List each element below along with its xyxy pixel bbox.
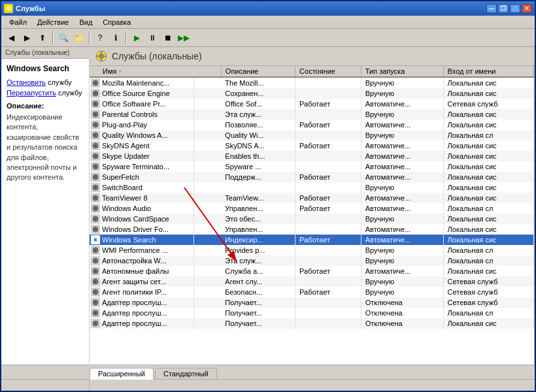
svg-point-53 [94, 238, 97, 241]
table-row[interactable]: Windows AudioУправлен...РаботаетАвтомати… [90, 203, 534, 214]
tab-extended[interactable]: Расширенный [90, 368, 154, 380]
service-name: Windows Audio [102, 204, 151, 212]
menu-view[interactable]: Вид [74, 17, 97, 27]
service-desc: The Mozill... [221, 77, 295, 88]
play-button[interactable]: ▶ [129, 31, 144, 45]
service-name: TeamViewer 8 [102, 194, 148, 202]
table-row[interactable]: SkyDNS AgentSkyDNS A...РаботаетАвтоматич… [90, 140, 534, 151]
col-login[interactable]: Вход от имени [443, 66, 533, 77]
svg-point-74 [94, 312, 97, 314]
svg-point-35 [94, 176, 97, 178]
svg-point-1 [99, 54, 104, 59]
up-button[interactable]: ⬆ [35, 31, 50, 45]
service-desc: SkyDNS A... [221, 140, 295, 151]
col-desc[interactable]: Описание [221, 66, 295, 77]
service-desc: Получает... [221, 297, 295, 308]
table-row[interactable]: Skype UpdaterEnables th...Автоматиче...Л… [90, 151, 534, 161]
svg-point-47 [94, 218, 97, 220]
sidebar-content: Windows Search Остановить службу Перезап… [1, 59, 89, 188]
svg-point-20 [94, 123, 97, 126]
service-icon [91, 110, 100, 119]
table-row[interactable]: Quality Windows A...Quality Wi...Вручную… [90, 130, 534, 140]
service-startup: Отключена [361, 308, 443, 318]
table-row[interactable]: WMI Performance ...Provides p...ВручнуюЛ… [90, 245, 534, 255]
service-name: Spyware Terminato... [102, 163, 169, 171]
table-row[interactable]: SwitchBoardВручнуюЛокальная сис [90, 182, 534, 193]
menu-help[interactable]: Справка [97, 17, 136, 27]
service-login: Локальная сис [443, 172, 533, 182]
table-row[interactable]: Windows SearchИндексир...РаботаетАвтомат… [90, 235, 534, 245]
table-row[interactable]: Автонастройка W...Эта служ...ВручнуюЛока… [90, 255, 534, 266]
service-status [295, 130, 361, 140]
col-status[interactable]: Состояние [295, 66, 361, 77]
service-login: Локальная сис [443, 120, 533, 130]
service-desc: Сохранен... [221, 88, 295, 99]
table-row[interactable]: Адаптер прослуш...Получает...ОтключенаЛо… [90, 318, 534, 329]
service-icon [91, 319, 100, 328]
svg-rect-4 [96, 56, 99, 57]
col-name[interactable]: Имя ↑ [90, 66, 221, 77]
service-status: Работает [295, 266, 361, 276]
stop-button[interactable]: ⏹ [161, 31, 175, 45]
table-row[interactable]: Агент политики IP...Безопасн...РаботаетВ… [90, 287, 534, 297]
service-startup: Автоматиче... [361, 235, 443, 245]
service-name: Адаптер прослуш... [102, 309, 167, 317]
service-desc: Управлен... [221, 203, 295, 214]
table-row[interactable]: Windows Driver Fo...Управлен...Автоматич… [90, 224, 534, 235]
table-row[interactable]: SuperFetchПоддерж...РаботаетАвтоматиче..… [90, 172, 534, 182]
service-startup: Вручную [361, 109, 443, 120]
help-button[interactable]: ? [93, 31, 107, 45]
table-row[interactable]: Office Software Pr...Office Sof...Работа… [90, 99, 534, 109]
service-startup: Автоматиче... [361, 99, 443, 109]
svg-point-38 [94, 186, 97, 189]
restart-link[interactable]: Перезапустить [7, 89, 56, 97]
sidebar: Службы (локальные) Windows Search Остано… [1, 47, 90, 365]
col-startup[interactable]: Тип запуска [361, 66, 443, 77]
menu-action[interactable]: Действие [32, 17, 74, 27]
close-button[interactable]: ✕ [522, 4, 532, 13]
table-row[interactable]: Parental ControlsЭта служ...ВручнуюЛокал… [90, 109, 534, 120]
info-button[interactable]: ℹ [109, 31, 123, 45]
service-desc: Получает... [221, 318, 295, 329]
service-login: Сетевая служб [443, 287, 533, 297]
table-row[interactable]: Spyware Terminato...Spyware ...Автоматич… [90, 161, 534, 172]
window-frame: ⚙ Службы — ❐ □ ✕ Файл Действие Вид Справ… [0, 0, 536, 392]
minimize-button[interactable]: — [486, 4, 497, 13]
service-desc: Эта служ... [221, 109, 295, 120]
back-button[interactable]: ◀ [4, 31, 18, 45]
table-row[interactable]: Автономные файлыСлужба а...РаботаетАвтом… [90, 266, 534, 276]
table-row[interactable]: Windows CardSpaceЭто обес...ВручнуюЛокал… [90, 214, 534, 224]
service-login: Локальная сл [443, 255, 533, 266]
table-row[interactable]: Plug-and-PlayПозволяе...РаботаетАвтомати… [90, 120, 534, 130]
service-desc: Quality Wi... [221, 130, 295, 140]
folders-button[interactable]: 📁 [72, 31, 86, 45]
table-row[interactable]: Агент защиты сет...Агент слу...ВручнуюСе… [90, 276, 534, 287]
service-desc: Позволяе... [221, 120, 295, 130]
restart-button[interactable]: ▶▶ [176, 31, 191, 45]
restore-button[interactable]: ❐ [498, 4, 509, 13]
toolbar-sep-1 [52, 31, 54, 44]
window-title: Службы [16, 5, 45, 12]
table-row[interactable]: Mozilla Maintenanc...The Mozill...Вручну… [90, 77, 534, 88]
maximize-button[interactable]: □ [510, 4, 520, 13]
services-table[interactable]: Имя ↑ Описание Состояние Т [90, 66, 534, 365]
table-row[interactable]: Адаптер прослуш...Получает...ОтключенаСе… [90, 297, 534, 308]
pause-button[interactable]: ⏸ [145, 31, 159, 45]
service-name: Mozilla Maintenanc... [102, 79, 169, 87]
window-icon: ⚙ [4, 4, 13, 13]
service-desc: Provides p... [221, 245, 295, 255]
search-button[interactable]: 🔍 [56, 31, 71, 45]
service-icon [91, 152, 100, 161]
stop-link[interactable]: Остановить [7, 78, 46, 86]
table-row[interactable]: Адаптер прослуш...Получает...ОтключенаЛо… [90, 308, 534, 318]
service-icon [91, 120, 100, 129]
forward-button[interactable]: ▶ [20, 31, 34, 45]
table-row[interactable]: TeamViewer 8TeamView...РаботаетАвтоматич… [90, 193, 534, 203]
tab-standard[interactable]: Стандартный [155, 368, 217, 379]
service-login: Локальная сис [443, 161, 533, 172]
service-icon [91, 235, 100, 244]
table-row[interactable]: Office Source EngineСохранен...ВручнуюЛо… [90, 88, 534, 99]
service-status [295, 276, 361, 287]
menu-file[interactable]: Файл [4, 17, 32, 27]
sidebar-service-name: Windows Search [7, 64, 84, 73]
